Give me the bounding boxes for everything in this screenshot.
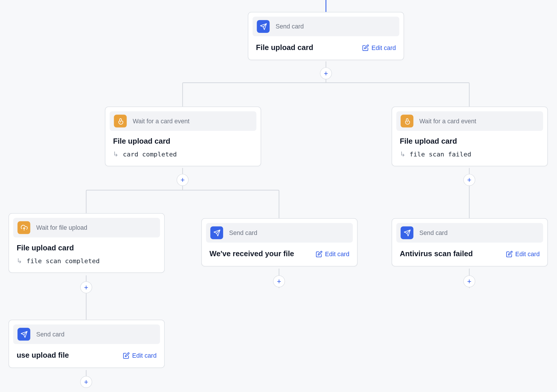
edit-icon — [506, 250, 512, 257]
edit-card-label: Edit card — [325, 250, 350, 257]
node-header: Send card — [206, 223, 353, 243]
node-wait-scan-failed[interactable]: Wait for a card event File upload card ↳… — [392, 107, 548, 166]
edit-icon — [362, 44, 369, 51]
node-send-received-file[interactable]: Send card We've received your file Edit … — [201, 218, 358, 267]
node-send-use-upload-file[interactable]: Send card use upload file Edit card — [8, 320, 165, 368]
sub-arrow-icon: ↳ — [400, 150, 405, 158]
event-row: ↳ file scan failed — [400, 150, 540, 158]
cloud-upload-icon — [17, 221, 30, 234]
node-type-label: Send card — [229, 229, 257, 236]
add-step-button[interactable]: + — [80, 281, 92, 293]
node-header: Wait for file upload — [13, 218, 160, 237]
node-type-label: Send card — [276, 23, 304, 30]
node-title: We've received your file — [210, 250, 294, 259]
edit-card-label: Edit card — [372, 44, 396, 51]
node-title: use upload file — [17, 351, 69, 360]
edit-card-link[interactable]: Edit card — [123, 352, 157, 359]
node-send-antivirus-failed[interactable]: Send card Antivirus scan failed Edit car… — [392, 218, 548, 267]
sub-arrow-icon: ↳ — [17, 257, 22, 265]
edit-card-link[interactable]: Edit card — [315, 250, 349, 257]
node-title: File upload card — [17, 243, 157, 252]
event-row: ↳ card completed — [113, 150, 253, 158]
edit-icon — [123, 352, 130, 359]
node-type-label: Send card — [419, 229, 448, 236]
node-header: Send card — [253, 17, 399, 36]
node-type-label: Send card — [36, 331, 65, 338]
send-icon — [401, 226, 414, 239]
event-text: file scan completed — [26, 257, 100, 264]
event-row: ↳ file scan completed — [17, 257, 157, 265]
node-header: Send card — [396, 223, 543, 243]
edit-card-link[interactable]: Edit card — [506, 250, 540, 257]
add-step-button[interactable]: + — [177, 174, 189, 186]
node-title: Antivirus scan failed — [400, 250, 473, 259]
node-title: File upload card — [113, 137, 253, 146]
node-type-label: Wait for file upload — [36, 224, 87, 231]
send-icon — [17, 328, 30, 341]
add-step-button[interactable]: + — [80, 376, 92, 388]
sub-arrow-icon: ↳ — [113, 150, 118, 158]
edit-card-label: Edit card — [515, 250, 540, 257]
node-header: Wait for a card event — [110, 111, 256, 131]
tap-icon — [401, 115, 414, 127]
node-wait-card-completed[interactable]: Wait for a card event File upload card ↳… — [105, 107, 261, 166]
event-text: card completed — [123, 150, 177, 158]
node-type-label: Wait for a card event — [419, 118, 476, 124]
event-text: file scan failed — [409, 150, 471, 158]
send-icon — [210, 226, 223, 239]
node-header: Send card — [13, 325, 160, 344]
edit-card-link[interactable]: Edit card — [362, 44, 396, 51]
add-step-button[interactable]: + — [320, 67, 332, 79]
edit-icon — [315, 250, 322, 257]
node-type-label: Wait for a card event — [133, 118, 189, 124]
tap-icon — [114, 115, 127, 127]
add-step-button[interactable]: + — [273, 275, 285, 287]
add-step-button[interactable]: + — [463, 174, 475, 186]
node-send-file-upload-card[interactable]: Send card File upload card Edit card — [248, 12, 404, 60]
node-wait-file-upload[interactable]: Wait for file upload File upload card ↳ … — [8, 213, 165, 273]
node-title: File upload card — [256, 43, 313, 52]
node-title: File upload card — [400, 137, 540, 146]
node-header: Wait for a card event — [396, 111, 543, 131]
add-step-button[interactable]: + — [463, 275, 475, 287]
send-icon — [257, 20, 270, 33]
edit-card-label: Edit card — [132, 352, 157, 359]
